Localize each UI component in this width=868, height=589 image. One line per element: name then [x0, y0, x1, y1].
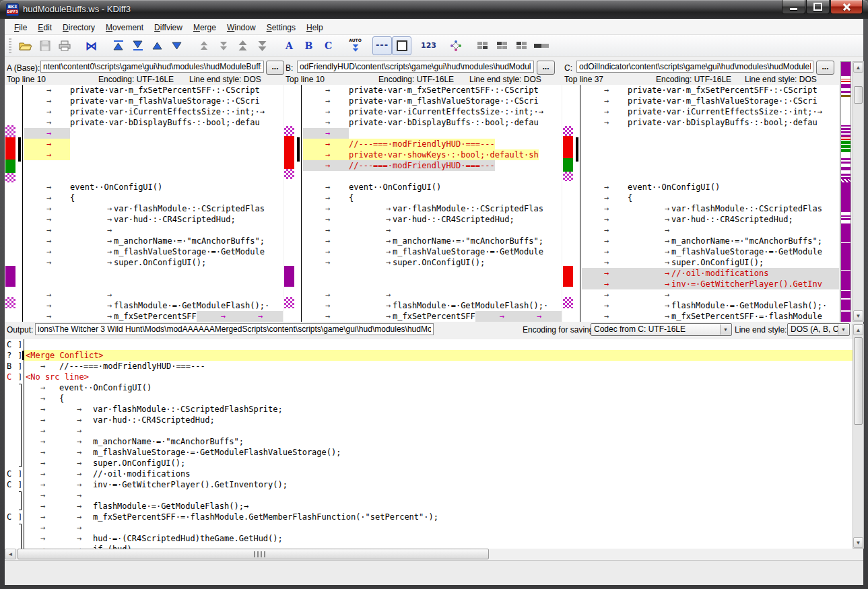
pane-text-area[interactable]: →private·var·m_fxSetPercentSFF·:·CScript… [22, 85, 283, 322]
show-line-numbers-button[interactable]: 123 [419, 36, 438, 55]
pane-text-area[interactable]: →private·var·m_fxSetPercentSFF·:·CScript… [580, 85, 839, 322]
tab-arrow-icon: → [26, 404, 59, 415]
go-current-delta-button[interactable]: ⋈ [81, 36, 101, 55]
horizontal-scrollbar-thumb[interactable] [18, 549, 489, 559]
save-button[interactable] [35, 36, 55, 55]
output-line: →→ [5, 490, 853, 501]
tab-arrow-icon: → [59, 544, 93, 549]
select-line-c-button[interactable]: C [319, 36, 338, 55]
prev-delta-button[interactable] [147, 36, 167, 55]
code-line: →//---===·modFriendlyHUD·===--- [303, 160, 562, 171]
tab-arrow-icon: → [24, 139, 70, 149]
diff-pane-a[interactable]: →private·var·m_fxSetPercentSFF·:·CScript… [5, 85, 283, 322]
scroll-down-icon[interactable]: ▼ [853, 537, 863, 548]
pane-a-browse-button[interactable]: ... [266, 61, 284, 75]
encoding-for-saving-select[interactable]: Codec from C: UTF-16LE ▼ [591, 323, 732, 336]
tab-arrow-icon: → [349, 236, 393, 246]
first-delta-button[interactable] [108, 36, 128, 55]
prev-unsolved-conflict-button[interactable] [233, 36, 253, 55]
tab-arrow-icon: → [582, 193, 628, 203]
tab-arrow-icon: → [59, 490, 93, 501]
close-button[interactable] [830, 0, 863, 14]
menu-item-directory[interactable]: Directory [57, 21, 100, 34]
print-button[interactable] [55, 36, 74, 55]
select-line-b-button[interactable]: B [299, 36, 319, 55]
menu-item-diffview[interactable]: Diffview [149, 21, 188, 34]
tab-arrow-icon: → [303, 160, 349, 171]
minimize-button[interactable] [782, 0, 805, 14]
last-delta-button[interactable] [128, 36, 147, 55]
window-title: hudModuleBuffs.ws - KDiff3 [23, 4, 131, 14]
overview-mode-button[interactable] [531, 36, 551, 55]
gutter-bracket [15, 458, 24, 469]
show-whitespace-chars-button[interactable]: --- [372, 36, 392, 55]
show-window-a-button[interactable] [473, 36, 492, 55]
show-whitespace-button[interactable] [392, 36, 411, 55]
menu-item-movement[interactable]: Movement [100, 21, 149, 34]
code-line: →→super.OnConfigUI(); [24, 257, 283, 268]
split-orientation-button[interactable] [446, 36, 465, 55]
next-conflict-button[interactable] [213, 36, 233, 55]
kdiff3-app-icon: BK3DIFF3 [6, 3, 19, 16]
select-line-a-button[interactable]: A [279, 36, 299, 55]
menu-item-help[interactable]: Help [301, 21, 329, 34]
diff-scrollbar-thumb[interactable] [854, 86, 863, 104]
menu-item-window[interactable]: Window [222, 21, 261, 34]
diff-summary-segment [563, 126, 573, 136]
menu-item-merge[interactable]: Merge [188, 21, 222, 34]
auto-advance-button[interactable]: AUTO [345, 36, 365, 55]
pane-b-path-input[interactable] [297, 61, 534, 73]
scroll-up-icon[interactable]: ▲ [853, 62, 863, 73]
tab-arrow-icon: → [303, 117, 349, 128]
prev-conflict-button[interactable] [194, 36, 213, 55]
diff-pane-c[interactable]: →private·var·m_fxSetPercentSFF·:·CScript… [562, 85, 839, 322]
line-end-style-select[interactable]: DOS (A, B, C) ▼ [787, 323, 850, 336]
open-button[interactable] [15, 36, 35, 55]
code-line [582, 128, 839, 139]
source-gutter-label [5, 490, 15, 501]
pane-c-encoding: Encoding: UTF-16LE [656, 75, 731, 84]
code-line: →→m_flashValueStorage·=·GetModuleFlashVa… [24, 447, 853, 458]
pane-text-area[interactable]: →private·var·m_fxSetPercentSFF·:·CScript… [301, 85, 562, 322]
pane-c-browse-button[interactable]: ... [816, 61, 834, 75]
diff-overview-column[interactable] [840, 61, 851, 322]
pane-a-top-line: Top line 10 [7, 75, 46, 84]
show-window-b-button[interactable] [492, 36, 512, 55]
pane-a-path-input[interactable] [40, 61, 264, 73]
menu-item-file[interactable]: File [9, 21, 32, 34]
source-gutter-label [5, 522, 15, 533]
code-line: →→flashModule·=·GetModuleFlash();· [303, 300, 562, 311]
toolbar-drag-handle[interactable] [9, 38, 11, 53]
code-line: →→var·hud·:·CR4ScriptedHud; [24, 214, 283, 225]
scroll-up-icon[interactable]: ▲ [853, 324, 863, 335]
pane-c-path-input[interactable] [576, 61, 813, 73]
code-line: →→m_anchorName·=·"mcAnchorBuffs"; [582, 236, 839, 246]
code-line: →//---===·modFriendlyHUD·===--- [24, 361, 853, 372]
diff-pane-b[interactable]: →private·var·m_fxSetPercentSFF·:·CScript… [283, 85, 562, 322]
output-vertical-scrollbar[interactable]: ▲ ▼ [853, 324, 864, 549]
menu-item-edit[interactable]: Edit [32, 21, 57, 34]
scroll-down-icon[interactable]: ▼ [853, 310, 863, 321]
diff-summary-segment [5, 137, 15, 160]
output-scrollbar-thumb[interactable] [854, 337, 863, 425]
diff-vertical-scrollbar[interactable]: ▲ ▼ [853, 61, 864, 322]
code-line: →private·var·bDisplayBuffs·:·bool;·defau [303, 117, 562, 128]
next-unsolved-conflict-button[interactable] [253, 36, 272, 55]
code-line: →//---===·modFriendlyHUD·===--- [303, 139, 562, 149]
output-horizontal-scrollbar[interactable]: ◄ [5, 549, 853, 560]
scroll-left-icon[interactable]: ◄ [5, 549, 16, 559]
show-window-c-button[interactable] [512, 36, 531, 55]
code-line: →→m_flashValueStorage·=·GetModule [582, 246, 839, 257]
restore-button[interactable] [806, 0, 830, 14]
close-icon [842, 3, 850, 11]
whitespace-diff-trail: →→ [475, 311, 562, 322]
menu-item-settings[interactable]: Settings [261, 21, 301, 34]
tab-arrow-icon: → [303, 225, 349, 236]
merge-output-editor[interactable]: C]?]<Merge Conflict>B]→//---===·modFrien… [5, 339, 853, 549]
pane-b-browse-button[interactable]: ... [537, 61, 555, 75]
tab-arrow-icon: → [303, 203, 349, 214]
tab-arrow-icon: → [628, 257, 671, 268]
next-delta-button[interactable] [167, 36, 187, 55]
gutter-bracket: ] [15, 469, 24, 479]
output-path-input[interactable] [35, 323, 434, 335]
